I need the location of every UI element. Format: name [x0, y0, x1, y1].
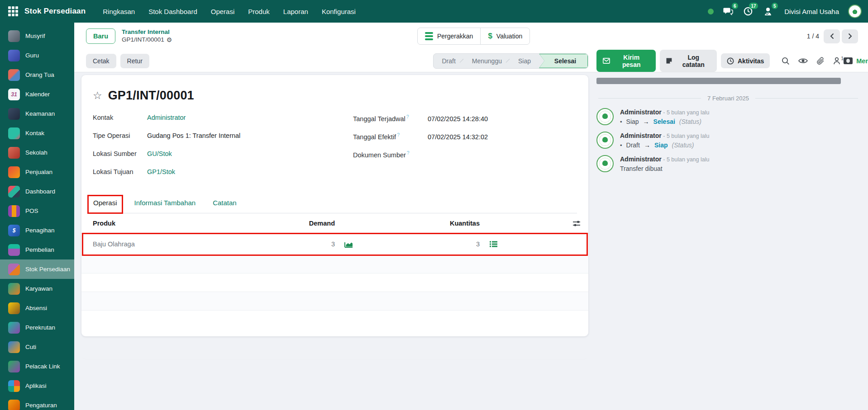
sidebar-item-guru[interactable]: Guru: [0, 46, 74, 65]
sidebar-item-keamanan[interactable]: Keamanan: [0, 104, 74, 123]
sliders-icon[interactable]: [572, 220, 581, 227]
sidebar-item-pengaturan[interactable]: Pengaturan: [0, 396, 74, 410]
help-icon[interactable]: ?: [406, 114, 409, 119]
message-author[interactable]: Administrator: [620, 132, 662, 139]
sidebar-item-absensi[interactable]: Absensi: [0, 298, 74, 318]
print-button[interactable]: Cetak: [86, 54, 116, 68]
sidebar-item-musyrif[interactable]: Musyrif: [0, 26, 74, 46]
help-icon[interactable]: ?: [397, 132, 400, 137]
field-label-dokumen-sumber: Dokumen Sumber?: [353, 150, 428, 159]
sidebar-item-stok-persediaan[interactable]: Stok Persediaan: [0, 259, 74, 279]
message-author[interactable]: Administrator: [620, 156, 662, 163]
perekrutan-icon: [8, 322, 20, 334]
moves-button[interactable]: Pergerakkan: [418, 28, 480, 44]
status-menunggu[interactable]: Menunggu: [464, 54, 510, 68]
sidebar-item-cuti[interactable]: Cuti: [0, 337, 74, 357]
avatar[interactable]: [596, 108, 614, 125]
field-value-kontak[interactable]: Administrator: [147, 114, 186, 121]
sidebar-item-perekrutan[interactable]: Perekrutan: [0, 318, 74, 337]
gear-icon[interactable]: [167, 36, 172, 44]
eye-icon[interactable]: [798, 57, 808, 64]
forecast-chart-icon[interactable]: [344, 240, 353, 248]
field-value-tanggal-terjadwal[interactable]: 07/02/2025 14:28:40: [428, 115, 488, 123]
menu-konfigurasi[interactable]: Konfigurasi: [322, 8, 356, 15]
help-icon[interactable]: ?: [407, 150, 410, 156]
message-note: Administrator5 bulan yang lalu Transfer …: [596, 155, 868, 172]
search-icon[interactable]: [782, 57, 790, 65]
send-message-button[interactable]: Kirim pesan: [596, 50, 656, 72]
avatar[interactable]: [596, 132, 614, 149]
user-avatar[interactable]: [848, 5, 862, 18]
sidebar-item-penagihan[interactable]: $Penagihan: [0, 221, 74, 240]
tab-informasi-tambahan[interactable]: Informasi Tambahan: [134, 199, 196, 213]
log-note-button[interactable]: Log catatan: [660, 50, 717, 72]
status-selesai-active[interactable]: Selesai: [539, 54, 588, 68]
status-draft[interactable]: Draft: [434, 54, 463, 68]
column-produk[interactable]: ProdukDemand: [81, 220, 335, 227]
return-button[interactable]: Retur: [120, 54, 149, 68]
menu-operasi[interactable]: Operasi: [211, 8, 235, 15]
field-value-lokasi-sumber[interactable]: GU/Stok: [147, 150, 172, 157]
clock-icon: [727, 57, 734, 65]
guru-icon: [8, 50, 20, 61]
follow-label[interactable]: Mer: [856, 57, 868, 65]
to-state[interactable]: Siap: [654, 141, 668, 149]
to-state[interactable]: Selesai: [653, 118, 675, 125]
sidebar-item-pos[interactable]: POS: [0, 201, 74, 221]
keamanan-icon: [8, 108, 20, 120]
follow-control[interactable]: Mer: [844, 57, 868, 65]
followers-icon[interactable]: 1: [833, 57, 844, 65]
from-state: Siap: [626, 118, 639, 125]
empty-row[interactable]: [81, 311, 588, 359]
referral-badge: 5: [772, 3, 778, 9]
sidebar-item-pembelian[interactable]: Pembelian: [0, 240, 74, 259]
paperclip-icon[interactable]: [816, 57, 825, 65]
sidebar-item-orang-tua[interactable]: Orang Tua: [0, 65, 74, 85]
user-award-icon[interactable]: 5: [763, 6, 773, 17]
messages-icon[interactable]: 6: [723, 6, 734, 17]
field-value-tanggal-efektif[interactable]: 07/02/2025 14:32:02: [428, 133, 488, 141]
avatar[interactable]: [596, 155, 614, 172]
activity-button[interactable]: Aktivitas: [721, 53, 770, 68]
message-time: 5 bulan yang lalu: [662, 109, 710, 116]
sidebar-item-sekolah[interactable]: Sekolah: [0, 143, 74, 162]
column-kuantitas[interactable]: Kuantitas: [362, 220, 480, 227]
activity-clock-icon[interactable]: 17: [743, 6, 754, 17]
sidebar-item-kontak[interactable]: Kontak: [0, 123, 74, 143]
favorite-star-icon[interactable]: [93, 90, 102, 101]
table-row[interactable]: Baju Olahraga33: [81, 234, 588, 255]
pos-icon: [8, 205, 20, 217]
sidebar-item-kalender[interactable]: 31Kalender: [0, 85, 74, 104]
menu-produk[interactable]: Produk: [248, 8, 270, 15]
view-switcher: Pergerakkan Valuation: [417, 28, 530, 45]
app-name[interactable]: Stok Persediaan: [24, 7, 86, 16]
detailed-operations-icon[interactable]: [489, 240, 498, 248]
menu-ringkasan[interactable]: Ringkasan: [103, 8, 135, 15]
sidebar-item-dashboard[interactable]: Dashboard: [0, 182, 74, 201]
pager-prev-button[interactable]: [824, 29, 840, 43]
empty-row[interactable]: [81, 255, 588, 273]
empty-row[interactable]: [81, 292, 588, 311]
aplikasi-icon: [8, 380, 20, 392]
field-value-lokasi-tujuan[interactable]: GP1/Stok: [147, 168, 175, 175]
moves-list-icon: [425, 32, 433, 40]
sidebar-item-karyawan[interactable]: Karyawan: [0, 279, 74, 298]
company-name[interactable]: Divisi Amal Usaha: [784, 8, 839, 15]
apps-grid-icon[interactable]: [8, 6, 18, 16]
field-value-tipe-operasi[interactable]: Gudang Pos 1: Transfer Internal: [147, 132, 240, 139]
sidebar-item-pelacak-link[interactable]: Pelacak Link: [0, 357, 74, 376]
menu-stok-dashboard[interactable]: Stok Dashboard: [148, 8, 197, 15]
tab-catatan[interactable]: Catatan: [213, 199, 237, 213]
sidebar-item-aplikasi[interactable]: Aplikasi: [0, 376, 74, 396]
sidebar-item-penjualan[interactable]: Penjualan: [0, 162, 74, 182]
valuation-button[interactable]: Valuation: [480, 28, 529, 44]
field-label-lokasi-tujuan: Lokasi Tujuan: [93, 168, 147, 175]
breadcrumb-parent[interactable]: Transfer Internal: [122, 28, 172, 36]
empty-row[interactable]: [81, 273, 588, 292]
message-author[interactable]: Administrator: [620, 108, 662, 116]
tab-operasi[interactable]: Operasi: [93, 199, 117, 213]
menu-laporan[interactable]: Laporan: [283, 8, 308, 15]
pager-next-button[interactable]: [842, 29, 858, 43]
new-button[interactable]: Baru: [86, 28, 115, 44]
status-siap[interactable]: Siap: [510, 54, 539, 68]
